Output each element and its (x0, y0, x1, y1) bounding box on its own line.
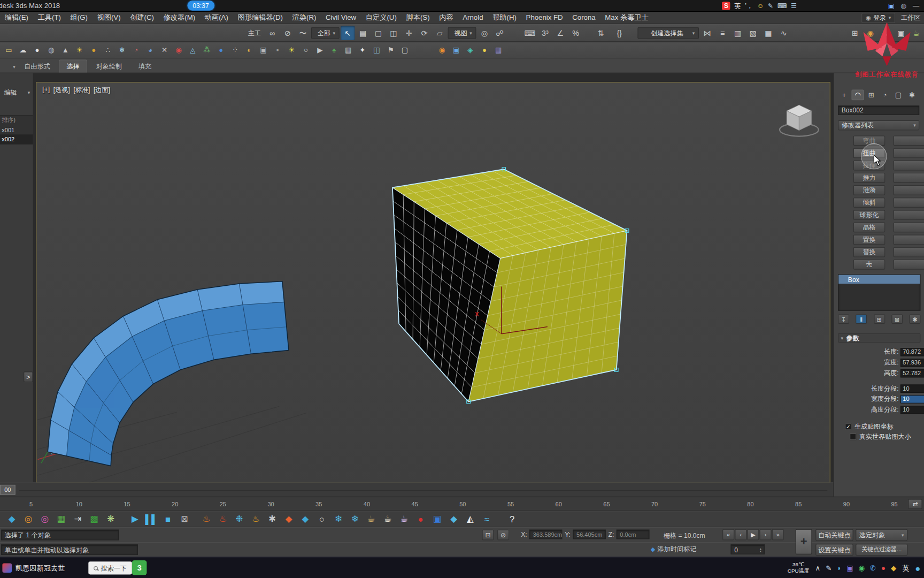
tray-green-icon[interactable]: ◉ (859, 564, 865, 572)
checkbox[interactable] (850, 434, 856, 440)
ribbon-tab[interactable]: 自由形式 (17, 59, 58, 72)
sail-icon[interactable]: ◭ (463, 512, 478, 526)
menu-item[interactable]: Phoenix FD (521, 12, 568, 24)
tray-chevron-icon[interactable]: ∧ (815, 564, 821, 572)
param-field[interactable]: 10 (900, 395, 924, 403)
select-and-scale-icon[interactable]: ▱ (433, 26, 446, 40)
ribbon-toggle-icon[interactable]: ▦ (761, 26, 775, 40)
mirror-icon[interactable]: ⋈ (700, 26, 714, 40)
menu-item[interactable]: Civil View (321, 12, 361, 24)
reference-coordinate-dropdown[interactable]: 视图▾ (448, 27, 476, 39)
modifier-button-clipped[interactable] (894, 185, 924, 195)
scene-object-row[interactable]: x002 (0, 134, 33, 144)
key-mode-dropdown[interactable]: 选定对象 ▾ (856, 529, 907, 541)
auto-key-button[interactable]: 自动关键点 (815, 529, 853, 541)
tb2-icon-9[interactable]: ❄ (116, 44, 128, 57)
modifier-button-clipped[interactable] (894, 148, 924, 158)
water-drop-icon-2[interactable]: ◆ (298, 512, 313, 526)
tray-game-icon[interactable]: ▣ (846, 564, 853, 572)
modifier-button[interactable]: 涟漪 (853, 185, 886, 195)
param-field[interactable]: 52.782 (900, 369, 924, 377)
wave-icon[interactable]: ≈ (479, 512, 495, 526)
red-ball-icon[interactable]: ● (413, 512, 429, 526)
pause-animation-icon[interactable]: ▌▌ (144, 512, 159, 526)
ime-toolbox-icon[interactable]: ☰ (791, 2, 797, 10)
tb2-icon-31[interactable]: ▣ (450, 44, 463, 57)
spinner-snap-icon[interactable]: ⇅ (594, 26, 608, 40)
tb2-icon-17[interactable]: ⁘ (229, 44, 242, 57)
coffee-cup-icon[interactable]: ☕ (380, 512, 396, 526)
viewport-label[interactable]: [透视] (53, 86, 70, 95)
modifier-button-clipped[interactable] (894, 247, 924, 257)
ime-keyboard-icon[interactable]: ⌨ (777, 2, 787, 10)
news-widget[interactable]: 凯恩因新冠去世 (2, 557, 65, 578)
arrow-right-icon[interactable]: ⇥ (70, 512, 86, 526)
tb2-icon-5[interactable]: ▲ (59, 44, 72, 57)
checkbox-row[interactable]: 生成贴图坐标 (838, 422, 924, 432)
login-dropdown[interactable]: ◉ 登录 ▾ (861, 13, 895, 23)
param-field[interactable]: 10 (900, 406, 924, 414)
menu-item[interactable]: 动画(A) (200, 12, 233, 24)
tb2-icon-14[interactable]: ◬ (186, 44, 199, 57)
play-icon[interactable]: ▶ (747, 529, 759, 541)
motion-tab-icon[interactable]: ◔ (879, 90, 891, 101)
add-time-tag[interactable]: ◆ 添加时间标记 (651, 545, 697, 554)
ring-icon[interactable]: ○ (314, 512, 329, 526)
stack-item[interactable]: Box (838, 275, 920, 284)
utilities-tab-icon[interactable]: ✱ (906, 90, 918, 101)
taskbar-search[interactable]: 搜索一下 (88, 561, 132, 574)
key-filters-button[interactable]: 关键点过滤器... (856, 544, 907, 556)
layer-manager-icon[interactable]: ▧ (746, 26, 760, 40)
play-animation-icon[interactable]: ▶ (127, 512, 143, 526)
schematic-view-icon[interactable]: ⊞ (848, 26, 862, 40)
modifier-button-clipped[interactable] (894, 222, 924, 232)
ime-indicator[interactable]: 英 (902, 563, 909, 573)
tb2-icon-16[interactable]: ● (214, 44, 227, 57)
tb2-icon-13[interactable]: ◉ (172, 44, 185, 57)
modifier-button[interactable]: 替换 (853, 247, 886, 257)
titlebar-app-icon-1[interactable]: ▣ (888, 2, 894, 10)
modifier-button[interactable]: 壳 (853, 260, 886, 270)
remove-modifier-icon[interactable]: ⊠ (891, 314, 903, 324)
tb2-icon-3[interactable]: ● (30, 44, 43, 57)
modifier-button-clipped[interactable] (894, 210, 924, 220)
tb2-icon-28[interactable]: ⚑ (384, 44, 397, 57)
tb2-icon-34[interactable]: ▦ (492, 44, 505, 57)
tb2-icon-7[interactable]: ● (87, 44, 100, 57)
tb2-icon-1[interactable]: ▭ (2, 44, 15, 57)
select-and-rotate-icon[interactable]: ⟳ (417, 26, 431, 40)
ime-emoji-icon[interactable]: ☺ (757, 2, 764, 9)
tb2-icon-27[interactable]: ◫ (370, 44, 383, 57)
timeline-ruler[interactable]: ⇄ 5101520253035404550556065707580859095 (0, 497, 924, 511)
help-icon[interactable]: ? (504, 512, 520, 526)
rendered-frame-icon[interactable]: ▣ (894, 26, 908, 40)
create-selection-set-dropdown[interactable]: 创建选择集▾ (637, 27, 699, 39)
stop-animation-icon[interactable]: ■ (160, 512, 176, 526)
display-tab-icon[interactable]: ▢ (892, 90, 904, 101)
tb2-icon-2[interactable]: ☁ (17, 44, 29, 57)
tray-phone-icon[interactable]: ✆ (870, 564, 876, 572)
ribbon-tab[interactable]: 对象绘制 (88, 59, 129, 72)
select-and-link-icon[interactable]: ∞ (265, 26, 279, 40)
tb2-icon-10[interactable]: ◔ (129, 44, 142, 57)
pin-stack-icon[interactable]: ↧ (838, 314, 849, 324)
spinner-icon[interactable]: ▴▾ (760, 547, 761, 552)
menu-item[interactable]: 渲染(R) (288, 12, 321, 24)
weather-icon[interactable]: ● (915, 563, 920, 573)
tb2-icon-26[interactable]: ✦ (356, 44, 369, 57)
water-drop-icon-3[interactable]: ◆ (446, 512, 461, 526)
selection-filter-dropdown[interactable]: 全部▾ (311, 27, 340, 39)
tb2-icon-4[interactable]: ◍ (45, 44, 58, 57)
go-to-end-icon[interactable]: » (772, 529, 784, 541)
menu-item[interactable]: 工具(T) (33, 12, 66, 24)
water-drop-icon[interactable]: ◆ (4, 512, 20, 526)
checkbox-row[interactable]: 真实世界贴图大小 (838, 432, 924, 442)
menu-item[interactable]: 自定义(U) (361, 12, 402, 24)
modifier-button[interactable]: 球形化 (853, 210, 886, 220)
x-coordinate-field[interactable]: 363.589cm (529, 530, 563, 539)
splash-icon[interactable]: ❉ (232, 512, 247, 526)
timeline-nav-button[interactable]: ⇄ (908, 499, 922, 509)
pink-ring-icon[interactable]: ◎ (37, 512, 52, 526)
modifier-button[interactable]: 置换 (853, 235, 886, 245)
parameters-rollout-header[interactable]: ▾ 参数 (838, 333, 920, 343)
